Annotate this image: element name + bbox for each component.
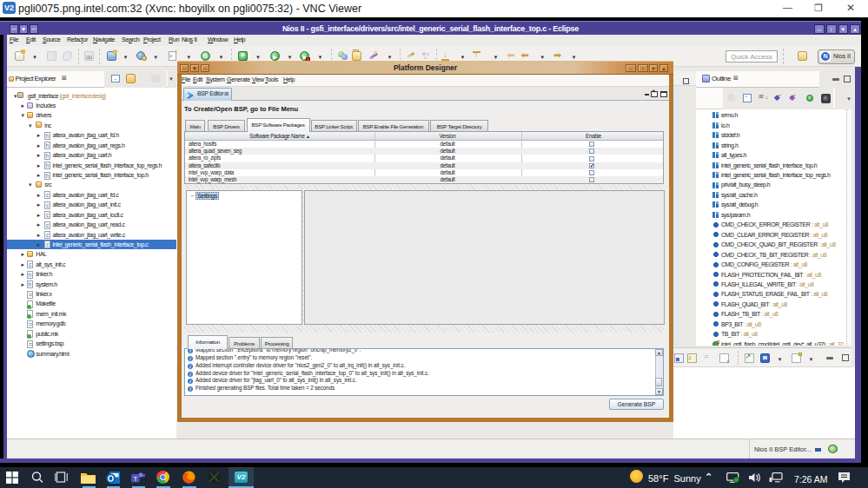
svg-text:T: T (133, 475, 137, 483)
